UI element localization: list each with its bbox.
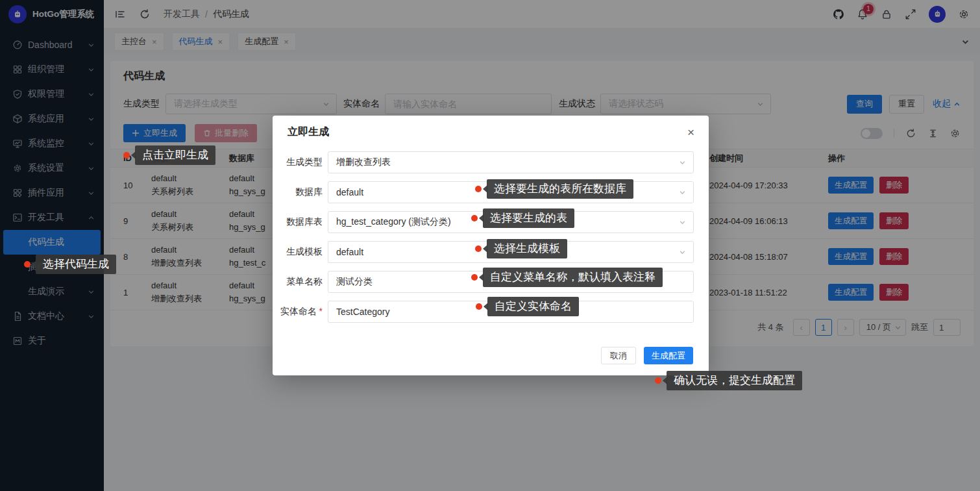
annotation-tooltip: 确认无误，提交生成配置 (667, 371, 802, 390)
annotation-menu-name: 自定义菜单名称，默认填入表注释 (471, 268, 663, 287)
generate-config-button[interactable]: 生成配置 (644, 347, 693, 364)
chevron-down-icon (679, 159, 686, 166)
annotation-select-db: 选择要生成的表所在数据库 (475, 179, 633, 199)
annotation-tooltip: 点击立即生成 (135, 145, 215, 165)
chevron-down-icon (679, 189, 686, 196)
annotation-select-template: 选择生成模板 (475, 239, 567, 258)
annotation-tooltip: 自定义菜单名称，默认填入表注释 (483, 268, 663, 287)
annotation-dot (475, 245, 482, 252)
field-label-entity-name: 实体命名 * (273, 306, 323, 318)
annotation-dot (655, 377, 661, 384)
annotation-dot (24, 261, 31, 268)
field-label-menu-name: 菜单名称 (273, 276, 323, 288)
close-icon[interactable]: × (687, 126, 694, 138)
modal-title: 立即生成 (288, 125, 329, 139)
field-label-generate-type: 生成类型 (273, 157, 323, 168)
annotation-dot (123, 152, 130, 158)
chevron-down-icon (679, 219, 686, 226)
chevron-down-icon (679, 249, 686, 256)
annotation-dot (471, 215, 478, 221)
cancel-button[interactable]: 取消 (601, 347, 636, 364)
annotation-tooltip: 选择生成模板 (487, 239, 567, 258)
annotation-submit: 确认无误，提交生成配置 (655, 371, 802, 390)
field-label-template: 生成模板 (273, 246, 323, 258)
annotation-entity-name: 自定义实体命名 (476, 297, 579, 316)
annotation-tooltip: 选择要生成的表所在数据库 (487, 179, 633, 199)
annotation-dot (475, 186, 482, 192)
annotation-click-generate: 点击立即生成 (123, 145, 215, 165)
generate-type-select[interactable]: 增删改查列表 (328, 151, 694, 173)
required-asterisk: * (319, 306, 323, 316)
annotation-tooltip: 自定义实体命名 (487, 297, 579, 316)
annotation-select-table: 选择要生成的表 (471, 208, 574, 228)
field-label-database-table: 数据库表 (273, 216, 323, 228)
field-label-database: 数据库 (273, 186, 323, 198)
annotation-dot (476, 303, 482, 310)
annotation-tooltip: 选择代码生成 (36, 255, 116, 274)
annotation-select-codegen: 选择代码生成 (24, 255, 116, 274)
annotation-dot (471, 274, 478, 281)
annotation-tooltip: 选择要生成的表 (483, 208, 574, 228)
